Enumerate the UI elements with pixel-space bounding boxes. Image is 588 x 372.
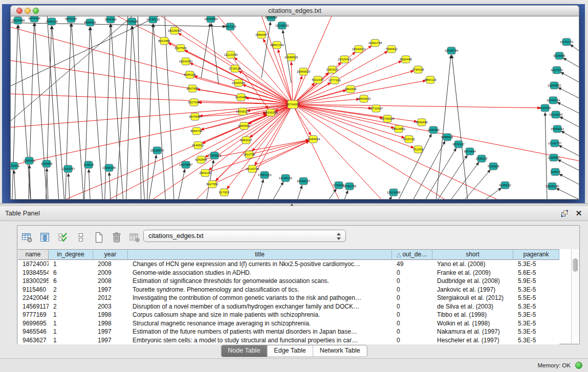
graph-node[interactable]: 2803144 (199, 169, 211, 177)
table-cell[interactable]: 49 (392, 260, 432, 269)
table-cell[interactable]: 1997 (93, 327, 128, 336)
table-cell[interactable]: 0 (392, 277, 432, 286)
graph-node[interactable]: 752254 (413, 146, 424, 153)
graph-node[interactable]: 8958924 (84, 19, 96, 26)
column-header-short[interactable]: short (432, 249, 513, 260)
graph-node[interactable]: 14136141 (146, 16, 160, 23)
graph-node[interactable]: 19218936 (275, 22, 289, 29)
graph-node[interactable]: 15720407 (369, 105, 383, 112)
table-cell[interactable]: 6 (49, 269, 93, 277)
column-header-outde[interactable]: △out_de… (392, 249, 432, 260)
table-cell[interactable]: 5.6E-5 (513, 269, 559, 277)
table-cell[interactable]: Yano et al. (2008) (432, 260, 513, 269)
table-row[interactable]: 2242004622012Investigating the contribut… (18, 294, 559, 302)
table-cell[interactable]: 9115460 (18, 286, 49, 294)
graph-node[interactable]: 15751074 (560, 38, 574, 46)
graph-node[interactable]: 6879197 (452, 141, 465, 148)
table-cell[interactable]: 0 (392, 286, 432, 294)
graph-node[interactable]: 1350561 (23, 157, 35, 164)
table-cell[interactable]: 0 (392, 269, 432, 277)
graph-node[interactable]: 16543382 (179, 58, 193, 65)
vertical-scrollbar[interactable] (571, 249, 579, 343)
new-table-icon[interactable] (92, 230, 105, 245)
table-cell[interactable]: Nakamura et al. (1997) (432, 327, 513, 336)
graph-node[interactable]: 9245012 (499, 182, 511, 189)
table-cell[interactable]: 5.3E-5 (513, 260, 559, 269)
table-cell[interactable]: 5.9E-5 (513, 277, 559, 286)
tab-network-table[interactable]: Network Table (313, 345, 367, 357)
graph-node[interactable]: 9699695 (416, 119, 428, 126)
close-icon[interactable]: ✕ (575, 209, 583, 217)
table-cell[interactable]: Tourette syndrome. Phenomenology and cla… (128, 286, 392, 294)
table-cell[interactable]: 0 (392, 327, 432, 336)
table-row[interactable]: 1830029562008Estimation of significance … (18, 277, 559, 286)
table-cell[interactable]: 1998 (93, 311, 128, 319)
table-cell[interactable]: 1997 (93, 336, 128, 345)
table-cell[interactable]: 2003 (93, 302, 128, 311)
float-window-icon[interactable] (560, 209, 569, 217)
table-cell[interactable]: 0 (392, 319, 432, 328)
table-cell[interactable]: Stergiakouli et al. (2012) (432, 294, 513, 302)
close-button[interactable] (16, 8, 23, 14)
graph-node[interactable]: 16782759 (343, 183, 357, 190)
graph-node[interactable]: 16958107 (297, 178, 311, 185)
graph-node[interactable]: 1810755 (243, 151, 255, 158)
table-cell[interactable]: Wolkin et al. (1998) (432, 319, 513, 328)
table-cell[interactable]: Estimation of significance thresholds fo… (128, 277, 392, 286)
graph-node[interactable]: 18807249 (270, 41, 284, 49)
zoom-button[interactable] (33, 8, 39, 14)
graph-node[interactable]: 7462609 (344, 85, 357, 93)
table-row[interactable]: 1872400712008Changes of HCN gene express… (18, 260, 559, 269)
graph-node[interactable]: 8427552 (206, 181, 219, 188)
graph-node[interactable]: 19756928 (381, 115, 395, 122)
graph-node[interactable]: 1156863 (548, 154, 560, 161)
table-cell[interactable]: 2 (49, 294, 93, 302)
column-header-title[interactable]: title (128, 249, 392, 260)
table-cell[interactable]: 1 (49, 336, 93, 345)
graph-node[interactable]: 12923448 (387, 189, 401, 196)
table-cell[interactable]: 1 (49, 327, 93, 336)
row-toggle-icon[interactable] (74, 230, 88, 245)
graph-node[interactable]: 2935114 (46, 18, 58, 25)
graph-node[interactable]: 8912955 (158, 37, 170, 45)
graph-node[interactable]: 9115460 (235, 94, 248, 101)
table-cell[interactable]: Embryonic stem cells: a model to study s… (128, 336, 392, 345)
table-cell[interactable]: Dudbridge et al. (2008) (432, 277, 513, 286)
graph-node[interactable]: 16033809 (204, 16, 218, 23)
table-cell[interactable]: 2009 (93, 269, 128, 277)
graph-node[interactable]: 19654923 (357, 95, 371, 102)
graph-node[interactable]: 8813054 (265, 16, 277, 21)
graph-node[interactable]: 18724007 (286, 100, 300, 108)
network-window-titlebar[interactable]: citations_edges.txt (10, 5, 579, 16)
table-cell[interactable]: Genome-wide association studies in ADHD. (128, 269, 392, 277)
table-cell[interactable]: 5.3E-5 (513, 319, 559, 328)
table-cell[interactable]: 0 (392, 336, 432, 345)
delete-table-icon[interactable] (110, 230, 123, 245)
table-cell[interactable]: 1998 (93, 319, 128, 328)
table-cell[interactable]: Structural magnetic resonance image aver… (128, 319, 392, 328)
table-cell[interactable]: Jankovic et al. (1997) (432, 286, 513, 294)
table-cell[interactable]: 2012 (93, 294, 128, 302)
graph-node[interactable]: 1640954 (104, 16, 117, 23)
graph-node[interactable]: 114519 (83, 161, 94, 168)
graph-node[interactable]: 17957223 (258, 171, 272, 179)
table-cell[interactable]: Hescheler et al. (1997) (432, 336, 513, 345)
table-row[interactable]: 946554611997Estimation of the future num… (18, 327, 559, 336)
graph-node[interactable]: 1362615 (326, 66, 338, 73)
tab-node-table[interactable]: Node Table (221, 345, 267, 357)
graph-node[interactable]: 9475685 (189, 113, 201, 120)
table-row[interactable]: 977716911998Corpus callosum shape and si… (18, 311, 559, 319)
table-cell[interactable]: 5.3E-5 (513, 336, 559, 345)
graph-node[interactable]: 1640954 (427, 126, 440, 134)
graph-node[interactable]: 2867608 (186, 85, 199, 92)
table-cell[interactable]: 5.5E-5 (513, 294, 559, 302)
graph-node[interactable]: 16648784 (445, 47, 459, 54)
graph-node[interactable]: 8454749 (190, 127, 203, 135)
table-cell[interactable]: 9777169 (18, 311, 49, 319)
graph-node[interactable]: 9146821 (192, 142, 204, 149)
tab-edge-table[interactable]: Edge Table (267, 345, 312, 357)
table-cell[interactable]: 2 (49, 302, 93, 311)
table-cell[interactable]: 19384554 (18, 269, 49, 277)
graph-node[interactable]: 3915911 (11, 162, 20, 169)
graph-node[interactable]: 7632609 (487, 163, 499, 170)
